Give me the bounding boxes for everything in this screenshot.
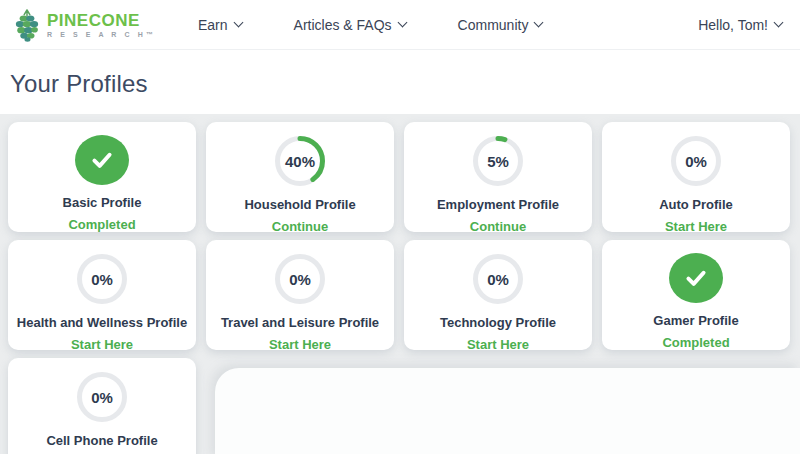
progress-percent: 0% (685, 153, 707, 170)
profile-name: Health and Wellness Profile (17, 315, 187, 330)
logo[interactable]: PINECONE R E S E A R C H™ (12, 8, 156, 42)
profile-action-link[interactable]: Start Here (269, 337, 331, 352)
profile-action-link[interactable]: Start Here (467, 337, 529, 352)
progress-percent: 5% (487, 153, 509, 170)
profile-name: Basic Profile (63, 195, 142, 210)
profile-card[interactable]: 0% Health and Wellness Profile Start Her… (8, 240, 196, 350)
profile-card[interactable]: 5% Employment Profile Continue (404, 122, 592, 232)
progress-ring: 5% (472, 135, 524, 187)
profile-card[interactable]: Gamer Profile Completed (602, 240, 790, 350)
profile-card[interactable]: 0% Cell Phone Profile Start Here (8, 358, 196, 454)
progress-ring: 0% (76, 253, 128, 305)
profile-card[interactable]: 0% Technology Profile Start Here (404, 240, 592, 350)
progress-percent: 0% (91, 389, 113, 406)
progress-percent: 40% (285, 153, 315, 170)
profile-name: Travel and Leisure Profile (221, 315, 379, 330)
logo-wordmark: PINECONE (47, 12, 156, 29)
progress-percent: 0% (487, 271, 509, 288)
top-nav: PINECONE R E S E A R C H™ Earn Articles … (0, 0, 800, 50)
progress-ring: 0% (670, 135, 722, 187)
user-menu[interactable]: Hello, Tom! (698, 17, 782, 33)
completed-check-icon (669, 253, 723, 303)
profiles-grid: Basic Profile Completed 40% Household Pr… (8, 122, 790, 454)
logo-text: PINECONE R E S E A R C H™ (47, 12, 156, 38)
profile-card[interactable]: 40% Household Profile Continue (206, 122, 394, 232)
profile-action-link[interactable]: Start Here (71, 337, 133, 352)
nav-item-earn[interactable]: Earn (198, 17, 242, 33)
nav-item-label: Earn (198, 17, 228, 33)
chevron-down-icon (774, 18, 784, 28)
content-area: Basic Profile Completed 40% Household Pr… (0, 114, 800, 454)
progress-percent: 0% (91, 271, 113, 288)
profile-name: Cell Phone Profile (46, 433, 157, 448)
profile-name: Technology Profile (440, 315, 556, 330)
nav-item-articles-faqs[interactable]: Articles & FAQs (294, 17, 406, 33)
progress-ring: 0% (274, 253, 326, 305)
nav-item-label: Community (458, 17, 529, 33)
profile-name: Household Profile (244, 197, 355, 212)
profile-card[interactable]: 0% Travel and Leisure Profile Start Here (206, 240, 394, 350)
profile-action-link[interactable]: Continue (470, 219, 526, 234)
nav-item-community[interactable]: Community (458, 17, 543, 33)
title-band: Your Profiles (0, 50, 800, 114)
page-title: Your Profiles (10, 70, 790, 98)
user-greeting: Hello, Tom! (698, 17, 768, 33)
profile-action-link[interactable]: Completed (68, 217, 135, 232)
profile-name: Gamer Profile (653, 313, 738, 328)
profile-card[interactable]: Basic Profile Completed (8, 122, 196, 232)
completed-check-icon (75, 135, 129, 185)
chevron-down-icon (233, 18, 243, 28)
profile-card[interactable]: 0% Auto Profile Start Here (602, 122, 790, 232)
main-nav: Earn Articles & FAQs Community (198, 17, 542, 33)
profile-action-link[interactable]: Start Here (665, 219, 727, 234)
nav-item-label: Articles & FAQs (294, 17, 392, 33)
profile-name: Employment Profile (437, 197, 559, 212)
pinecone-logo-icon (12, 8, 42, 42)
logo-subtext: R E S E A R C H™ (47, 31, 156, 38)
profile-action-link[interactable]: Completed (662, 335, 729, 350)
chevron-down-icon (397, 18, 407, 28)
progress-ring: 40% (274, 135, 326, 187)
progress-percent: 0% (289, 271, 311, 288)
profile-name: Auto Profile (659, 197, 733, 212)
progress-ring: 0% (76, 371, 128, 423)
profile-action-link[interactable]: Continue (272, 219, 328, 234)
chevron-down-icon (534, 18, 544, 28)
progress-ring: 0% (472, 253, 524, 305)
